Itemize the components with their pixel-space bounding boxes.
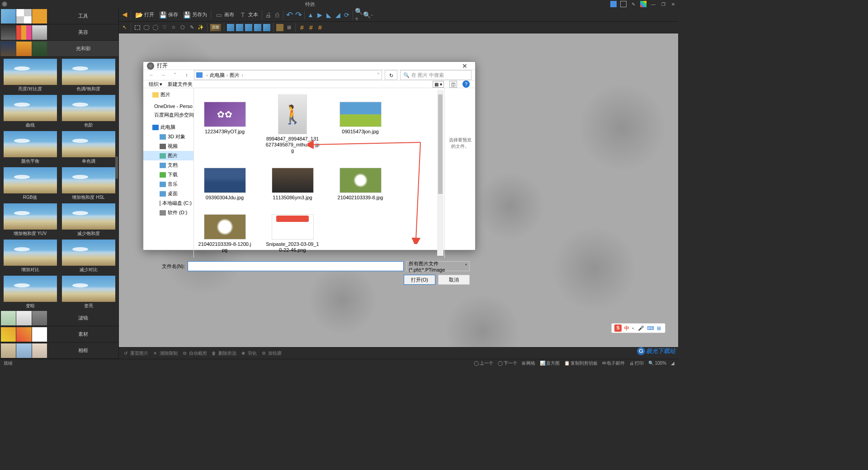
- effect-item[interactable]: 变暗: [4, 276, 57, 310]
- tree-item[interactable]: 桌面: [143, 189, 193, 198]
- star-select-icon[interactable]: ☆: [170, 24, 177, 31]
- effect-item[interactable]: 增加对比: [4, 240, 57, 274]
- palette-icon[interactable]: [640, 1, 646, 7]
- file-item[interactable]: Snipaste_2023-03-09_10-22-46.png: [265, 205, 320, 253]
- maximize-icon[interactable]: ❐: [660, 1, 666, 7]
- effect-item[interactable]: 色调/饱和度: [62, 59, 115, 93]
- flip-h-icon[interactable]: ▲: [307, 11, 315, 19]
- effect-item[interactable]: 增加饱和度 HSL: [62, 167, 115, 202]
- heart-select-icon[interactable]: ♡: [161, 24, 168, 31]
- tree-item[interactable]: 文档: [143, 160, 193, 170]
- nav-back-icon[interactable]: ←: [147, 72, 156, 78]
- ime-keyboard-icon[interactable]: ⌨: [647, 325, 654, 331]
- file-item[interactable]: 210402103339-8.jpg: [333, 159, 387, 201]
- polygon-select-icon[interactable]: ⬠: [179, 24, 186, 31]
- canvas-button[interactable]: ▭画布: [213, 10, 236, 20]
- close-icon[interactable]: ✕: [670, 1, 676, 7]
- category-tools[interactable]: 工具: [0, 8, 118, 24]
- filename-input[interactable]: [188, 261, 404, 271]
- ime-toolbar[interactable]: S 中 •. 🎤 ⌨ ⊞: [611, 323, 665, 333]
- file-item[interactable]: 11135086ym3.jpg: [265, 159, 320, 201]
- resize-grip-icon[interactable]: ◢: [671, 361, 675, 366]
- flip-v-icon[interactable]: ▶: [316, 11, 324, 19]
- help-icon[interactable]: ?: [462, 80, 470, 88]
- print-button[interactable]: 🖨 打印: [629, 360, 644, 367]
- tree-item[interactable]: OneDrive - Perso: [143, 102, 193, 110]
- tree-item[interactable]: 3D 对象: [143, 132, 193, 141]
- panel-icon[interactable]: [610, 1, 617, 7]
- scan-icon[interactable]: ⎙: [273, 11, 281, 19]
- back-icon[interactable]: ◄: [121, 11, 129, 19]
- lasso-select-icon[interactable]: ✎: [188, 24, 195, 31]
- preview-toggle-icon[interactable]: ◫: [449, 81, 457, 88]
- file-item[interactable]: 8994847_8994847_1316273495879_mthumb.jpg: [265, 93, 320, 154]
- pencil-icon[interactable]: ✎: [630, 1, 637, 7]
- open-button[interactable]: 打开(O): [404, 275, 435, 285]
- rot3-icon[interactable]: [245, 24, 252, 31]
- feather-button[interactable]: ❀羽化: [240, 350, 257, 357]
- crop1-icon[interactable]: [276, 24, 283, 31]
- save-button[interactable]: 💾保存: [157, 10, 180, 20]
- next-button[interactable]: ◯ 下一个: [498, 360, 517, 367]
- effect-item[interactable]: 颜色平衡: [4, 131, 57, 165]
- hash2-icon[interactable]: #: [307, 24, 315, 31]
- file-item[interactable]: 1223473RyOT.jpg: [198, 93, 252, 154]
- cancel-button[interactable]: 取消: [438, 275, 470, 285]
- tree-item[interactable]: 图片: [143, 151, 193, 160]
- tree-item[interactable]: 下载: [143, 170, 193, 179]
- category-filter[interactable]: 滤镜: [0, 310, 118, 326]
- grid-icon[interactable]: ⊞: [285, 24, 292, 31]
- tree-item[interactable]: 软件 (D:): [143, 208, 193, 217]
- histogram-button[interactable]: 📊 直方图: [540, 360, 560, 367]
- effect-item[interactable]: 曲线: [4, 95, 57, 129]
- breadcrumb[interactable]: › 此电脑 › 图片 › ˅: [194, 70, 382, 80]
- nav-up-icon[interactable]: ↑: [182, 72, 191, 78]
- effect-item[interactable]: 增加饱和度 YUV: [4, 203, 57, 238]
- close-icon[interactable]: ✕: [458, 62, 472, 70]
- tree-item[interactable]: 图片: [143, 90, 193, 99]
- ime-menu-icon[interactable]: ⊞: [657, 325, 661, 331]
- category-light[interactable]: 光和影: [0, 41, 118, 57]
- ime-mic-icon[interactable]: 🎤: [638, 325, 644, 331]
- effect-item[interactable]: 变亮: [62, 276, 115, 310]
- rot5-icon[interactable]: [263, 24, 270, 31]
- category-material[interactable]: 素材: [0, 326, 118, 343]
- clear-button[interactable]: ✕清除限制: [152, 350, 178, 357]
- email-button[interactable]: ✉ 电子邮件: [602, 360, 625, 367]
- zoom-in-icon[interactable]: 🔍+: [355, 11, 363, 19]
- original-icon[interactable]: 原图: [210, 24, 221, 31]
- ime-lang[interactable]: 中: [624, 325, 629, 332]
- undo-icon[interactable]: ↶: [285, 11, 293, 19]
- saveas-button[interactable]: 💾另存为: [181, 10, 209, 20]
- rotate-l-icon[interactable]: ◣: [325, 11, 333, 19]
- effect-item[interactable]: 亮度/对比度: [4, 59, 57, 93]
- open-button[interactable]: 📂打开: [133, 10, 156, 20]
- zoom-out-icon[interactable]: 🔍-: [364, 11, 372, 19]
- tree-item[interactable]: 本地磁盘 (C:): [143, 198, 193, 208]
- rotate-icon[interactable]: ⟳: [343, 11, 351, 19]
- tree-item[interactable]: 视频: [143, 141, 193, 151]
- wand-select-icon[interactable]: ✨: [197, 24, 204, 31]
- hash1-icon[interactable]: #: [298, 24, 306, 31]
- rot1-icon[interactable]: [227, 24, 234, 31]
- rotate-r-icon[interactable]: ◢: [334, 11, 342, 19]
- effect-item[interactable]: 单色调: [62, 131, 115, 165]
- effect-item[interactable]: RGB值: [4, 167, 57, 202]
- effect-item[interactable]: 减少饱和度: [62, 203, 115, 238]
- organize-button[interactable]: 组织 ▾: [149, 81, 162, 88]
- tree-item[interactable]: 音乐: [143, 179, 193, 189]
- scrollbar[interactable]: [115, 156, 118, 179]
- rect-select-icon[interactable]: [134, 24, 141, 31]
- rot2-icon[interactable]: [236, 24, 243, 31]
- view-icon[interactable]: ▦ ▾: [433, 81, 444, 88]
- nav-recent-icon[interactable]: ˅: [170, 72, 179, 78]
- files-scrollbar[interactable]: [437, 90, 443, 256]
- hash3-icon[interactable]: #: [316, 24, 324, 31]
- text-button[interactable]: T文本: [237, 10, 260, 20]
- prev-button[interactable]: ◯ 上一个: [474, 360, 493, 367]
- rot4-icon[interactable]: [254, 24, 261, 31]
- effect-item[interactable]: 色阶: [62, 95, 115, 129]
- outline-button[interactable]: ⚙加轮廓: [260, 350, 282, 357]
- file-item[interactable]: 09390304Jdu.jpg: [198, 159, 252, 201]
- delete-button[interactable]: 🗑删除所选: [211, 350, 236, 357]
